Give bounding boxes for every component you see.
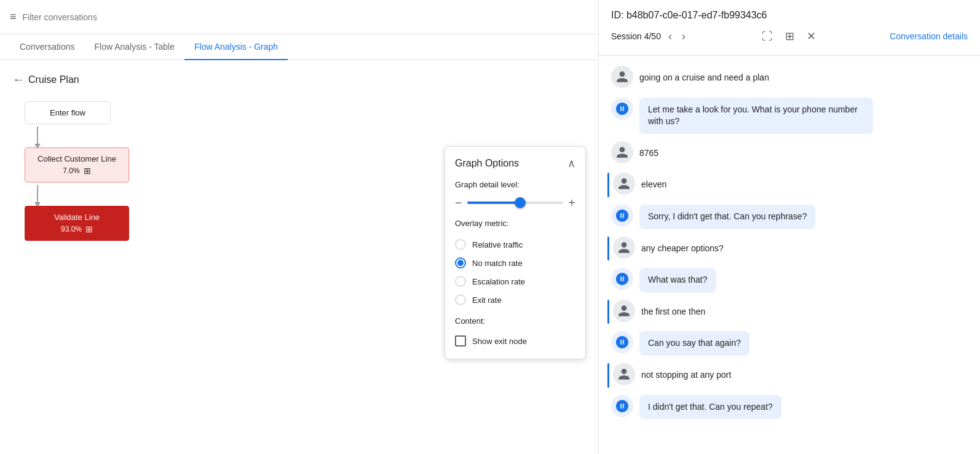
radio-circle-relative — [455, 239, 466, 250]
avatar — [611, 331, 633, 353]
message-text: going on a cruise and need a plan — [639, 66, 778, 90]
message-text: Sorry, I didn't get that. Can you rephra… — [639, 205, 815, 229]
session-info: Session 4/50 ‹ › — [611, 28, 688, 45]
slider-fill — [467, 202, 520, 204]
grid-button[interactable]: ⊞ — [783, 27, 797, 45]
collect-label: Collect Customer Line — [35, 154, 119, 163]
arrow-down-2-icon — [37, 185, 38, 203]
message-text: 8765 — [639, 141, 667, 166]
list-item: 8765 — [611, 141, 968, 166]
slider-increase-button[interactable]: + — [568, 197, 575, 209]
radio-no-match-label: No match rate — [472, 259, 523, 268]
escalation-indicator — [607, 300, 609, 324]
right-panel: ID: b48b07-c0e-017-ed7-fb99343c6 Session… — [599, 0, 980, 454]
avatar — [611, 395, 633, 417]
validate-pct: 93.0% — [61, 225, 82, 233]
radio-escalation-rate[interactable]: Escalation rate — [455, 272, 575, 291]
slider-decrease-button[interactable]: − — [455, 197, 462, 209]
collect-pct: 7.0% — [63, 166, 79, 175]
validate-label: Validate Line — [35, 213, 119, 222]
flow-node-validate[interactable]: Validate Line 93.0% ⊞ — [25, 206, 129, 241]
graph-options-panel: Graph Options ∧ Graph detail level: − + … — [445, 146, 586, 359]
overlay-label: Overlay metric: — [455, 219, 575, 228]
radio-circle-escalation — [455, 276, 466, 287]
message-text: Can you say that again? — [639, 331, 749, 356]
flow-node-collect[interactable]: Collect Customer Line 7.0% ⊞ — [25, 147, 129, 182]
back-arrow-icon: ← — [12, 72, 25, 87]
conversation-details-link[interactable]: Conversation details — [890, 31, 968, 41]
radio-escalation-label: Escalation rate — [472, 277, 525, 286]
validate-table-icon[interactable]: ⊞ — [85, 224, 93, 234]
fullscreen-button[interactable]: ⛶ — [759, 28, 775, 45]
message-text: Let me take a look for you. What is your… — [639, 98, 873, 134]
radio-circle-exit — [455, 294, 466, 305]
radio-no-match-rate[interactable]: No match rate — [455, 254, 575, 272]
message-text: the first one then — [641, 300, 714, 324]
avatar — [611, 205, 633, 227]
collapse-button[interactable]: ∧ — [567, 157, 575, 170]
list-item: any cheaper options? — [611, 237, 968, 261]
list-item: Let me take a look for you. What is your… — [611, 98, 968, 134]
message-text: not stopping at any port — [641, 363, 740, 388]
overlay-section: Overlay metric: Relative traffic No matc… — [455, 219, 575, 309]
list-item: Sorry, I didn't get that. Can you rephra… — [611, 205, 968, 229]
session-id: ID: b48b07-c0e-017-ed7-fb99343c6 — [611, 10, 968, 21]
list-item: Can you say that again? — [611, 331, 968, 356]
avatar — [611, 98, 633, 120]
close-button[interactable]: ✕ — [804, 27, 818, 45]
flow-arrow-1 — [37, 127, 38, 145]
collect-stat: 7.0% ⊞ — [35, 166, 119, 176]
radio-circle-no-match — [455, 257, 466, 268]
validate-stat: 93.0% ⊞ — [35, 224, 119, 234]
message-text: I didn't get that. Can you repeat? — [639, 395, 781, 420]
prev-session-button[interactable]: ‹ — [666, 28, 674, 45]
checkbox-box-exit[interactable] — [455, 335, 466, 346]
flow-node-enter[interactable]: Enter flow — [25, 101, 111, 124]
filter-icon: ≡ — [10, 10, 17, 23]
checkbox-show-exit-node[interactable]: Show exit node — [455, 333, 575, 349]
escalation-indicator — [607, 363, 609, 388]
list-item: not stopping at any port — [611, 363, 968, 388]
arrow-down-icon — [37, 127, 38, 145]
slider-thumb[interactable] — [515, 197, 526, 208]
list-item: I didn't get that. Can you repeat? — [611, 395, 968, 420]
chat-area: going on a cruise and need a plan Let me… — [599, 56, 980, 454]
checkbox-exit-label: Show exit node — [472, 337, 527, 346]
avatar — [613, 173, 635, 195]
radio-exit-rate[interactable]: Exit rate — [455, 291, 575, 309]
panel-header: Graph Options ∧ — [455, 157, 575, 170]
flow-arrow-2 — [37, 185, 38, 203]
message-text: eleven — [641, 173, 675, 197]
back-link[interactable]: ← Cruise Plan — [12, 72, 586, 87]
tab-flow-table[interactable]: Flow Analysis - Table — [85, 34, 184, 60]
radio-exit-label: Exit rate — [472, 295, 502, 305]
avatar — [613, 363, 635, 385]
tabs: Conversations Flow Analysis - Table Flow… — [0, 34, 598, 60]
filter-bar: ≡ — [0, 0, 598, 34]
avatar — [611, 268, 633, 290]
content-label: Content: — [455, 316, 575, 326]
left-panel: ≡ Conversations Flow Analysis - Table Fl… — [0, 0, 599, 454]
list-item: the first one then — [611, 300, 968, 324]
tab-conversations[interactable]: Conversations — [10, 34, 85, 60]
escalation-indicator — [607, 173, 609, 197]
right-header: ID: b48b07-c0e-017-ed7-fb99343c6 Session… — [599, 0, 980, 56]
escalation-indicator — [607, 237, 609, 261]
main-content: ← Cruise Plan Enter flow Collect Custome… — [0, 60, 598, 454]
collect-table-icon[interactable]: ⊞ — [84, 166, 91, 176]
list-item: What was that? — [611, 268, 968, 292]
detail-slider[interactable] — [467, 202, 564, 204]
session-label: Session 4/50 — [611, 31, 661, 41]
message-text: What was that? — [639, 268, 716, 292]
avatar — [611, 66, 633, 88]
radio-relative-traffic[interactable]: Relative traffic — [455, 235, 575, 254]
panel-title: Graph Options — [455, 158, 519, 169]
next-session-button[interactable]: › — [679, 28, 688, 45]
list-item: eleven — [611, 173, 968, 197]
detail-level-label: Graph detail level: — [455, 180, 575, 189]
tab-flow-graph[interactable]: Flow Analysis - Graph — [184, 34, 288, 60]
avatar — [613, 300, 635, 322]
list-item: going on a cruise and need a plan — [611, 66, 968, 90]
filter-input[interactable] — [23, 12, 588, 22]
message-text: any cheaper options? — [641, 237, 732, 261]
